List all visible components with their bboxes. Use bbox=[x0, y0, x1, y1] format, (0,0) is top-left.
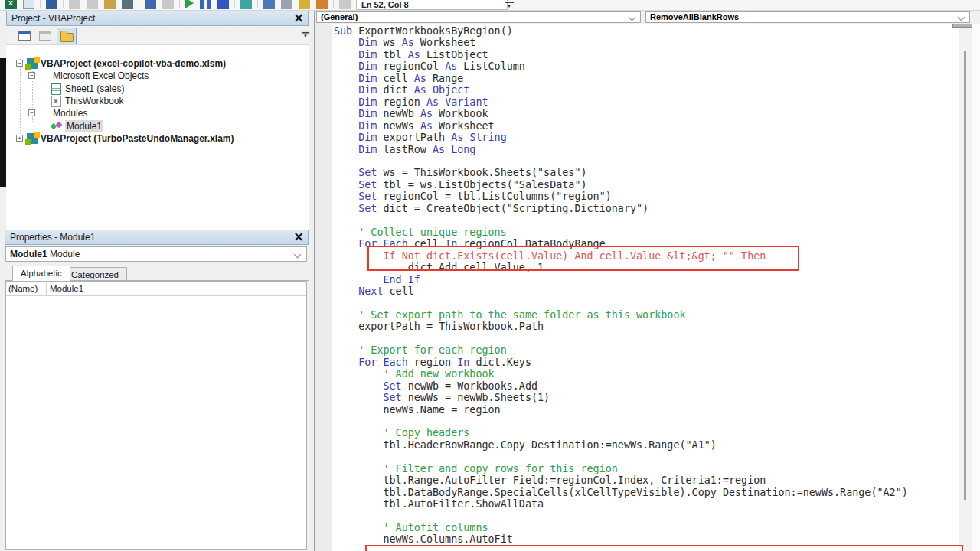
toolbar-separator bbox=[63, 0, 64, 8]
design-mode-icon[interactable] bbox=[240, 0, 252, 9]
excel-icon[interactable] bbox=[5, 0, 17, 9]
code-line: exportPath = ThisWorkbook.Path bbox=[334, 321, 908, 332]
code-line bbox=[334, 155, 908, 167]
tree-item-module1[interactable]: Module1 bbox=[6, 120, 309, 132]
vba-editor-window: Ln 52, Col 8 Project - VBAProject × −VBA… bbox=[0, 0, 980, 551]
code-line: Dim ws As Worksheet bbox=[334, 37, 908, 48]
left-edge-strip bbox=[0, 58, 6, 187]
toolbar-separator bbox=[40, 0, 41, 8]
object-browser-icon[interactable] bbox=[299, 0, 310, 9]
properties-object-type: Module bbox=[47, 249, 80, 259]
code-line: tbl.HeaderRowRange.Copy Destination:=new… bbox=[334, 439, 908, 451]
error-highlight-box-bottom bbox=[365, 545, 963, 551]
project-tree[interactable]: −VBAProject (excel-copilot-vba-demo.xlsm… bbox=[6, 45, 309, 231]
code-line: ' Add new workbook bbox=[334, 368, 908, 380]
code-line: Dim tbl As ListObject bbox=[334, 49, 908, 60]
paste-icon[interactable] bbox=[104, 0, 116, 9]
property-name-cell[interactable]: (Name) bbox=[6, 282, 47, 295]
procedure-dropdown-value: RemoveAllBlankRows bbox=[650, 12, 739, 21]
code-line: Dim newWs As Worksheet bbox=[334, 120, 908, 132]
code-line bbox=[334, 297, 908, 308]
tree-item-label: Module1 bbox=[65, 120, 103, 132]
toolbar-separator bbox=[179, 0, 180, 8]
project-panel-close-button[interactable]: × bbox=[292, 11, 305, 25]
tree-item-thisworkbook[interactable]: ThisWorkbook bbox=[6, 95, 309, 107]
collapse-icon[interactable]: − bbox=[28, 72, 35, 79]
code-line bbox=[334, 333, 908, 344]
copy-icon[interactable] bbox=[87, 0, 98, 9]
run-icon[interactable] bbox=[185, 0, 194, 8]
collapse-icon[interactable]: − bbox=[16, 60, 23, 67]
code-line: Dim lastRow As Long bbox=[334, 144, 908, 155]
view-object-button[interactable] bbox=[36, 28, 54, 43]
object-dropdown[interactable]: (General) bbox=[316, 11, 641, 23]
undo-icon[interactable] bbox=[145, 0, 156, 9]
code-line: ' Copy headers bbox=[334, 427, 908, 439]
module-icon bbox=[51, 121, 63, 132]
tree-item-vbaproject-excel-copilot-vba-demo-xlsm[interactable]: −VBAProject (excel-copilot-vba-demo.xlsm… bbox=[6, 57, 309, 70]
tree-item-microsoft-excel-objects[interactable]: −Microsoft Excel Objects bbox=[6, 70, 309, 82]
code-line: Next cell bbox=[334, 285, 908, 297]
reset-icon[interactable] bbox=[217, 0, 229, 9]
project-panel-titlebar: Project - VBAProject × bbox=[6, 11, 309, 26]
property-row: (Name) Module1 bbox=[6, 282, 306, 296]
vertical-scrollbar[interactable] bbox=[959, 28, 972, 551]
toolbar-overflow-chevron-icon[interactable] bbox=[505, 2, 514, 11]
code-margin-indicator-bar[interactable] bbox=[315, 24, 332, 551]
project-toolbar-overflow-chevron-icon[interactable] bbox=[302, 32, 309, 40]
save-icon[interactable] bbox=[46, 0, 57, 9]
code-line: For Each region In dict.Keys bbox=[334, 357, 908, 368]
tab-categorized[interactable]: Categorized bbox=[63, 267, 127, 281]
toggle-folders-icon bbox=[60, 33, 74, 42]
properties-tabs: Alphabetic Categorized bbox=[5, 264, 309, 281]
code-line: ' Export for each region bbox=[334, 344, 908, 356]
code-text: Sub ExportWorkbooksByRegion() Dim ws As … bbox=[334, 25, 908, 546]
code-line: Dim cell As Range bbox=[334, 73, 908, 84]
tree-item-sheet1-sales[interactable]: Sheet1 (sales) bbox=[6, 83, 309, 95]
code-line: Sub ExportWorkbooksByRegion() bbox=[334, 25, 908, 37]
break-icon[interactable] bbox=[200, 0, 211, 9]
toolbox-icon[interactable] bbox=[316, 0, 328, 9]
code-line: Dim regionCol As ListColumn bbox=[334, 60, 908, 72]
project-explorer-panel: Project - VBAProject × −VBAProject (exce… bbox=[6, 11, 309, 231]
error-highlight-box bbox=[368, 246, 799, 271]
code-line: Set ws = ThisWorkbook.Sheets("sales") bbox=[334, 167, 908, 178]
tree-item-label: Microsoft Excel Objects bbox=[53, 70, 149, 82]
main-toolbar-icons bbox=[2, 0, 371, 10]
code-editor[interactable]: Sub ExportWorkbooksByRegion() Dim ws As … bbox=[315, 24, 959, 551]
properties-object-dropdown[interactable]: Module1 Module bbox=[5, 246, 307, 262]
property-value-cell[interactable]: Module1 bbox=[50, 282, 306, 295]
code-line: tbl.AutoFilter.ShowAllData bbox=[334, 498, 908, 510]
code-line: End If bbox=[334, 274, 908, 285]
tree-item-modules[interactable]: −Modules bbox=[6, 107, 309, 119]
properties-window-icon[interactable] bbox=[281, 0, 292, 9]
tree-item-label: VBAProject (excel-copilot-vba-demo.xlsm) bbox=[41, 57, 226, 70]
expand-icon[interactable]: + bbox=[16, 135, 23, 142]
toolbar-separator bbox=[333, 0, 334, 8]
tree-item-vbaproject-turbopasteundomanager-xlam[interactable]: +VBAProject (TurboPasteUndoManager.xlam) bbox=[6, 132, 309, 145]
procedure-dropdown[interactable]: RemoveAllBlankRows bbox=[645, 11, 970, 23]
properties-panel-close-button[interactable]: × bbox=[292, 230, 305, 244]
close-disabled-icon[interactable] bbox=[339, 0, 351, 9]
object-dropdown-value: (General) bbox=[321, 12, 358, 21]
chevron-down-icon bbox=[958, 14, 965, 21]
tab-alphabetic[interactable]: Alphabetic bbox=[12, 266, 70, 281]
project-panel-toolbar bbox=[6, 26, 309, 45]
project-panel-title: Project - VBAProject bbox=[11, 13, 95, 24]
vertical-scrollbar-thumb[interactable] bbox=[964, 51, 966, 500]
tree-item-label: Sheet1 (sales) bbox=[65, 83, 124, 95]
find-icon[interactable] bbox=[122, 0, 133, 9]
project-explorer-icon[interactable] bbox=[263, 0, 275, 9]
tree-item-label: VBAProject (TurboPasteUndoManager.xlam) bbox=[41, 132, 234, 145]
toggle-folders-button[interactable] bbox=[57, 28, 77, 44]
code-line: tbl.Range.AutoFilter Field:=regionCol.In… bbox=[334, 474, 908, 486]
cut-icon[interactable] bbox=[69, 0, 80, 9]
view-code-button[interactable] bbox=[15, 28, 34, 43]
workbook-icon bbox=[51, 96, 61, 107]
code-line bbox=[334, 510, 908, 522]
insert-userform-icon[interactable] bbox=[23, 0, 34, 9]
code-line bbox=[334, 214, 908, 226]
tree-item-label: Modules bbox=[53, 107, 87, 119]
redo-icon[interactable] bbox=[162, 0, 174, 9]
collapse-icon[interactable]: − bbox=[28, 109, 35, 116]
